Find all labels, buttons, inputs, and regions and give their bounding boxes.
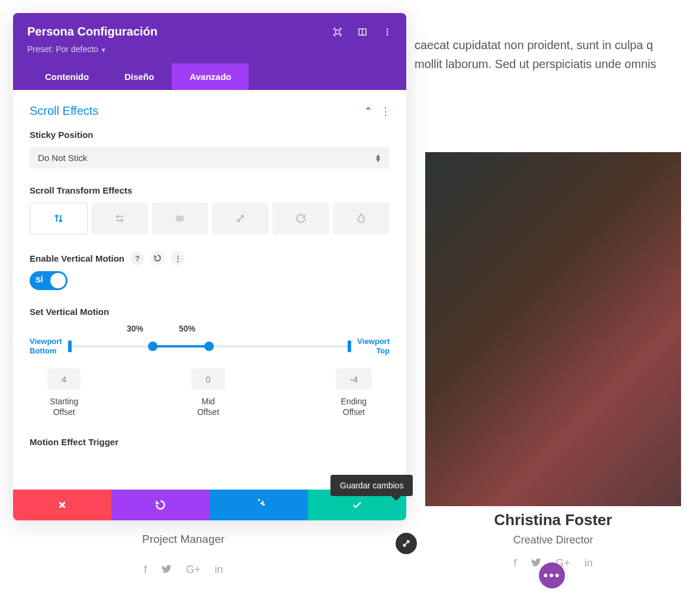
svg-point-6 [176, 215, 183, 222]
slider-handle-right[interactable] [204, 342, 214, 351]
facebook-icon[interactable]: f [144, 564, 147, 577]
reset-icon[interactable] [150, 251, 165, 265]
vp-top-label: Viewport Top [354, 337, 390, 355]
field-more-icon[interactable]: ⋮ [171, 251, 185, 265]
preset-selector[interactable]: Preset: Por defecto▼ [27, 44, 392, 63]
offset-start-input[interactable]: 4 [47, 368, 81, 390]
effect-blur[interactable] [333, 202, 390, 234]
bg-text-2: mollit laborum. Sed ut perspiciatis unde… [415, 54, 700, 73]
sticky-select[interactable]: Do Not Stick ▲▼ [30, 147, 390, 169]
save-tooltip: Guardar cambios [330, 475, 413, 496]
modal-tabs: Contenido Diseño Avanzado [27, 63, 392, 90]
columns-icon[interactable] [358, 27, 367, 37]
modal-title: Persona Configuración [27, 25, 158, 38]
section-more-icon[interactable]: ⋮ [380, 105, 390, 118]
social-row-left: f G+ in [142, 564, 224, 577]
offset-start: 4 StartingOffset [47, 368, 81, 417]
undo-button[interactable] [111, 490, 210, 520]
svg-point-7 [182, 215, 184, 217]
tab-content[interactable]: Contenido [27, 63, 107, 90]
svg-point-4 [387, 31, 388, 33]
person-photo [425, 152, 681, 506]
preset-label: Preset: Por defecto [27, 44, 98, 54]
slider-track[interactable] [70, 345, 349, 348]
offset-mid-input[interactable]: 0 [191, 368, 224, 390]
modal-header: Persona Configuración Preset: Por defect… [13, 13, 406, 90]
effect-scale[interactable] [212, 202, 269, 234]
effect-vertical[interactable] [30, 202, 88, 234]
sticky-value: Do Not Stick [38, 153, 87, 163]
effect-rotate[interactable] [272, 202, 329, 234]
effect-horizontal[interactable] [91, 202, 148, 234]
person-role: Creative Director [425, 534, 681, 546]
person-card-right: Christina Foster Creative Director f G+ … [425, 152, 681, 571]
offset-end: -4 EndingOffset [336, 368, 372, 417]
offset-end-input[interactable]: -4 [336, 368, 372, 390]
enable-vm-row: Enable Vertical Motion ? ⋮ [30, 251, 390, 265]
linkedin-icon[interactable]: in [585, 557, 593, 571]
fab-button[interactable]: ••• [539, 562, 565, 588]
pct-right: 50% [179, 324, 195, 333]
tab-advanced[interactable]: Avanzado [172, 63, 249, 90]
toggle-knob [50, 273, 66, 288]
select-arrows-icon: ▲▼ [375, 154, 381, 162]
resize-handle[interactable] [396, 533, 417, 554]
offset-mid: 0 MidOffset [191, 368, 224, 417]
help-icon[interactable]: ? [130, 251, 145, 265]
close-button[interactable] [13, 490, 111, 520]
modal-body: Scroll Effects ⌃ ⋮ Sticky Position Do No… [13, 90, 406, 490]
svg-point-3 [387, 28, 388, 30]
google-plus-icon[interactable]: G+ [186, 564, 201, 577]
settings-modal: Persona Configuración Preset: Por defect… [13, 13, 406, 520]
person-left-role: Project Manager [142, 533, 224, 546]
twitter-icon[interactable] [161, 564, 172, 577]
offset-row: 4 StartingOffset 0 MidOffset -4 EndingOf… [30, 368, 390, 417]
sticky-label: Sticky Position [30, 130, 390, 140]
scroll-transform-label: Scroll Transform Effects [30, 185, 390, 195]
vp-bottom-label: Viewport Bottom [30, 337, 65, 355]
expand-icon[interactable] [333, 27, 342, 37]
person-card-left: Project Manager f G+ in [142, 533, 224, 577]
section-title: Scroll Effects [30, 104, 98, 118]
bg-text-1: caecat cupidatat non proident, sunt in c… [415, 36, 700, 54]
section-header[interactable]: Scroll Effects ⌃ ⋮ [30, 104, 390, 118]
person-name: Christina Foster [425, 511, 681, 529]
svg-point-9 [182, 220, 184, 221]
more-icon[interactable] [383, 27, 392, 37]
redo-button[interactable] [210, 490, 308, 520]
slider-handle-left[interactable] [148, 342, 158, 351]
vertical-motion-slider: Set Vertical Motion 30% 50% Viewport Bot… [30, 307, 390, 418]
chevron-up-icon[interactable]: ⌃ [364, 105, 372, 117]
effect-tabs [30, 202, 390, 234]
twitter-icon[interactable] [531, 557, 541, 571]
svg-rect-0 [336, 30, 340, 34]
effect-fade[interactable] [152, 202, 208, 234]
set-vm-label: Set Vertical Motion [30, 307, 390, 317]
slider-end-right[interactable] [348, 340, 351, 352]
toggle-on-label: SÍ [36, 275, 43, 284]
linkedin-icon[interactable]: in [214, 564, 223, 577]
caret-down-icon: ▼ [101, 47, 107, 53]
slider-end-left[interactable] [68, 340, 72, 352]
facebook-icon[interactable]: f [513, 557, 516, 571]
enable-vm-label: Enable Vertical Motion [30, 253, 124, 263]
enable-vm-toggle[interactable]: SÍ [30, 271, 68, 290]
motion-trigger-label: Motion Effect Trigger [30, 437, 390, 447]
svg-point-8 [183, 218, 185, 220]
tab-design[interactable]: Diseño [107, 63, 172, 90]
pct-left: 30% [127, 324, 143, 333]
svg-point-5 [387, 34, 388, 36]
